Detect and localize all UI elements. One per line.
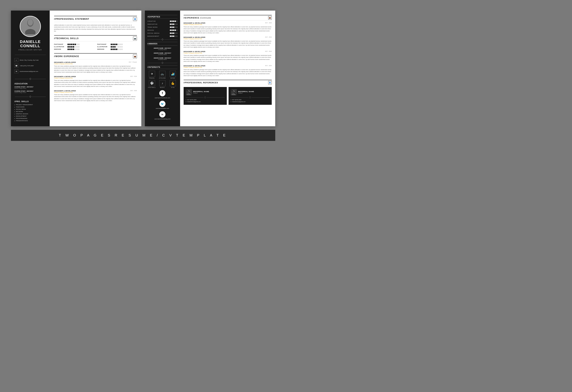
dot: [114, 44, 116, 45]
facebook-icon: f: [159, 90, 165, 96]
job-title-2: DESIGNER & DEVELOPER Creative Company | …: [54, 76, 76, 79]
award-1: AWARD NAME - MAY/2017 Company Name: [147, 47, 177, 50]
profile-photo: [20, 16, 41, 37]
interests-grid: ✈ TRAVEL 🚲 CYCLING 🏄 KAYAK ⚽ FOOTBALL ♪: [147, 71, 177, 88]
dot-empty: [76, 49, 78, 50]
award-company-3: Company Name: [147, 59, 177, 60]
dot-empty: [76, 44, 78, 45]
skill-row-indesign-2: INDESIGN: [97, 48, 137, 50]
skill-label: PHOTOSHOP: [54, 44, 66, 45]
professional-statement-title: //PROFESSIONAL STATEMENT: [54, 18, 89, 20]
job-meta-1: DESIGNER & DEVELOPER Creative Company | …: [54, 61, 137, 64]
skill-row-illustrator-1: ILLUSTRATOR: [54, 46, 94, 47]
award-name-1: AWARD NAME - MAY/2017: [147, 47, 177, 49]
award-company-1: Company Name: [147, 49, 177, 50]
social-facebook: f username/facebook.com: [147, 90, 177, 99]
dot: [71, 44, 72, 45]
skills-grid: PHOTOSHOP PHOTOSHOP: [54, 44, 137, 50]
experience-continued-section: //EXPERIENCE (Continued) 💼 DESIGNER & DE…: [184, 15, 272, 76]
expertie-socialmedia: SOCIAL MEDIA: [147, 32, 177, 34]
ref-top-2: REFERRAL NAME Position: [231, 89, 270, 95]
dot-empty: [121, 46, 123, 47]
ref-info-2: REFERRAL NAME Position: [238, 91, 254, 94]
dot-empty: [76, 46, 78, 47]
football-icon: ⚽: [149, 80, 155, 86]
dot-empty: [119, 44, 121, 45]
dot: [111, 49, 112, 50]
ref-avatar-1: [186, 89, 192, 95]
ref-position-2: Position: [238, 92, 254, 94]
diamond-shape: [29, 78, 31, 80]
linkedin-handle: username/linkedeing.com: [154, 118, 170, 120]
job-desc-3: There are many variations passage lorem …: [54, 94, 137, 102]
skill-dots: [67, 44, 79, 45]
gym-icon: 💪: [170, 80, 176, 86]
p2-job-desc-1: There are many variations passage lorem …: [184, 26, 272, 34]
job-title-3: DESIGNER & DEVELOPER Creative Company | …: [54, 90, 76, 93]
dot-empty: [118, 46, 119, 47]
dot: [67, 46, 69, 47]
dot: [116, 49, 117, 50]
skill-label: PHOTOSHOP: [97, 44, 110, 45]
skill-label: INDESIGN: [97, 48, 110, 50]
expertie-dots: [170, 32, 177, 34]
interest-label-gym: GYM: [171, 87, 175, 88]
pro-skills-title: //PRO. SKILLS: [11, 101, 29, 103]
references-title: //PROFESSIONAL REFERENCES: [184, 82, 218, 84]
briefcase-icon: 💼: [133, 54, 137, 58]
social-linkedin: in username/linkedeing.com: [147, 111, 177, 120]
interest-label-music: MUSIC: [160, 87, 165, 88]
dot: [71, 49, 72, 50]
diamond-shape: [249, 96, 251, 98]
p2-job-desc-3: There are many variations passage lorem …: [184, 54, 272, 62]
skill-item: PROOFREADING: [15, 118, 46, 119]
dot-empty: [119, 46, 121, 47]
job-title-1: DESIGNER & DEVELOPER Creative Company | …: [54, 61, 76, 64]
page-1: DANIELLE CONNELL FREELANCER WRITER ⌂ Str…: [11, 11, 141, 126]
skill-row-photoshop-2: PHOTOSHOP: [97, 44, 137, 45]
professional-statement-text: suffered alteration in some form outest …: [54, 24, 137, 32]
twitter-handle: username/twitter.com: [156, 108, 169, 109]
page1-content: //PROFESSIONAL STATEMENT 👤 suffered alte…: [50, 11, 141, 126]
expertie-dots: [170, 30, 177, 31]
dot: [69, 44, 71, 45]
p2-job-1: DESIGNER & DEVELOPER Creative Company | …: [184, 22, 272, 34]
interest-football: ⚽ FOOTBALL: [147, 80, 157, 88]
dot: [114, 46, 116, 47]
ref-divider-2: [231, 97, 270, 98]
expertie-label: MANAGEMENT: [147, 35, 159, 37]
experience-title: //EXPERIENCE (Continued): [184, 17, 211, 19]
ref-top-1: REFERRAL NAME Position: [186, 89, 225, 95]
job-desc-1: There are many variations passage lorem …: [54, 65, 137, 73]
skill-dots: [111, 46, 123, 47]
ref-name-1: REFERRAL NAME: [193, 91, 209, 92]
expertie-dots: [170, 24, 177, 25]
technical-skills-header: //TECHNICAL SKILLS 📷: [54, 35, 137, 41]
ref-divider-1: [186, 97, 225, 98]
p2-job-3: DESIGNER & DEVELOPER Creative Company | …: [184, 51, 272, 62]
expertie-teamwork: TEAM WORK: [147, 26, 177, 28]
footer-text: T W O P A G E S R E S U M E / C V T E M …: [59, 133, 227, 137]
dot: [111, 44, 112, 45]
diamond-shape-2: [29, 96, 31, 98]
p2-job-title-3: DESIGNER & DEVELOPER Creative Company | …: [184, 51, 206, 54]
technical-skills-title: //TECHNICAL SKILLS: [54, 37, 79, 40]
interest-label-football: FOOTBALL: [148, 87, 156, 88]
job-entry-1: DESIGNER & DEVELOPER Creative Company | …: [54, 61, 137, 73]
ref-info-1: REFERRAL NAME Position: [193, 91, 209, 94]
skill-dots: [111, 44, 123, 45]
experience-icon: 💼: [268, 16, 272, 19]
dot-empty: [121, 44, 123, 45]
p2-job-meta-4: DESIGNER & DEVELOPER Creative Company | …: [184, 65, 272, 68]
award-3: AWARD NAME - MAY/2017 Company Name: [147, 57, 177, 60]
skill-row-photoshop-1: PHOTOSHOP: [54, 44, 94, 45]
p2-job-meta-1: DESIGNER & DEVELOPER Creative Company | …: [184, 22, 272, 25]
p2-job-4: DESIGNER & DEVELOPER Creative Company | …: [184, 65, 272, 76]
edu-item-2: COURSE STUDY - MAY/2017 School College N…: [11, 90, 50, 95]
p2-job-2: DESIGNER & DEVELOPER Creative Company | …: [184, 36, 272, 48]
expertie-innovative: INNOVATIVE: [147, 23, 177, 25]
dot: [112, 44, 114, 45]
dot: [69, 49, 71, 50]
edu-item-1: COURSE STUDY - MAY/2017 School College N…: [11, 86, 50, 90]
resume-container: DANIELLE CONNELL FREELANCER WRITER ⌂ Str…: [11, 11, 275, 126]
